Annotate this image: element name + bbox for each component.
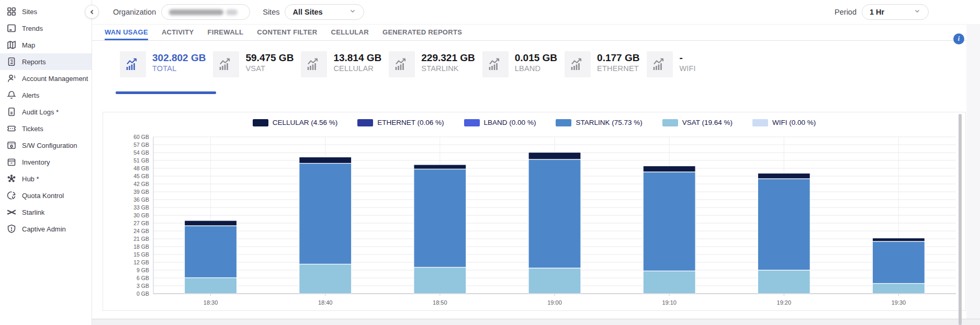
legend-swatch (253, 119, 268, 126)
legend-label: VSAT (19.64 %) (682, 119, 733, 126)
sidebar-item-tickets[interactable]: Tickets (0, 120, 92, 137)
bar-segment-starlink[interactable] (185, 226, 237, 278)
card-value: 0.015 GB (515, 52, 557, 63)
bar-segment-starlink[interactable] (643, 172, 695, 271)
sidebar-item-label: Alerts (22, 91, 39, 99)
bottom-divider (92, 319, 980, 325)
organization-select[interactable] (161, 4, 250, 20)
tab-activity[interactable]: ACTIVITY (162, 25, 194, 40)
bar-segment-cellular[interactable] (758, 173, 810, 179)
wan-usage-chart-panel: CELLULAR (4.56 %)ETHERNET (0.06 %)LBAND … (103, 112, 966, 311)
organization-label: Organization (113, 8, 156, 16)
y-tick-label: 30 GB (133, 212, 149, 218)
tab-wan-usage[interactable]: WAN USAGE (105, 25, 148, 40)
card-ethernet[interactable]: 0.177 GBETHERNET (565, 51, 639, 94)
legend-swatch (662, 119, 678, 126)
y-tick-label: 27 GB (133, 220, 149, 226)
collapse-sidebar-button[interactable] (85, 5, 99, 19)
vertical-scrollbar[interactable] (959, 114, 962, 325)
sidebar-item-label: Captive Admin (22, 225, 66, 233)
bar-segment-vsat[interactable] (758, 270, 810, 294)
period-select[interactable]: 1 Hr (862, 4, 929, 20)
card-label: LBAND (515, 64, 540, 73)
bar-segment-vsat[interactable] (299, 264, 352, 294)
sidebar-item-sites[interactable]: Sites (0, 3, 92, 20)
bar-segment-cellular[interactable] (643, 166, 695, 172)
x-tick-label: 18:40 (318, 299, 333, 306)
bar-segment-starlink[interactable] (758, 179, 810, 270)
card-label: VSAT (245, 64, 265, 73)
sidebar-item-captive-admin[interactable]: Captive Admin (0, 220, 92, 237)
y-tick-label: 24 GB (133, 228, 149, 234)
bar-segment-cellular[interactable] (872, 238, 925, 242)
sidebar-item-quota-kontrol[interactable]: Quota Kontrol (0, 187, 92, 204)
legend-label: STARLINK (75.73 %) (576, 119, 642, 126)
bar-segment-cellular[interactable] (528, 153, 581, 160)
legend-swatch (556, 119, 571, 126)
chevron-down-icon (914, 7, 921, 17)
bar-trend-icon (565, 51, 591, 77)
bar-segment-vsat[interactable] (528, 268, 581, 294)
tab-firewall[interactable]: FIREWALL (208, 25, 244, 40)
legend-item-lband[interactable]: LBAND (0.00 %) (464, 119, 536, 126)
sidebar-item-label: Tickets (22, 125, 43, 133)
bar-segment-starlink[interactable] (528, 159, 581, 268)
chart-legend: CELLULAR (4.56 %)ETHERNET (0.06 %)LBAND … (104, 119, 964, 126)
legend-item-cellular[interactable]: CELLULAR (4.56 %) (253, 119, 338, 126)
bar-segment-starlink[interactable] (299, 164, 352, 264)
sidebar-item-map[interactable]: Map (0, 37, 92, 53)
card-total[interactable]: 302.802 GBTOTAL (120, 51, 206, 94)
sidebar-item-trends[interactable]: Trends (0, 20, 92, 37)
sites-select[interactable]: All Sites (285, 4, 364, 20)
sidebar-item-sw-configuration[interactable]: S/W Configuration (0, 137, 92, 154)
x-tick-label: 18:30 (204, 299, 218, 306)
bar-trend-icon (389, 51, 415, 77)
card-vsat[interactable]: 59.475 GBVSAT (213, 51, 294, 94)
bar-segment-cellular[interactable] (299, 157, 352, 164)
legend-item-starlink[interactable]: STARLINK (75.73 %) (556, 119, 642, 126)
legend-item-wifi[interactable]: WIFI (0.00 %) (752, 119, 816, 126)
bar-segment-cellular[interactable] (414, 165, 466, 169)
sidebar-item-alerts[interactable]: Alerts (0, 87, 92, 103)
bar-segment-cellular[interactable] (185, 220, 237, 226)
card-wifi[interactable]: -WIFI (647, 51, 695, 94)
card-starlink[interactable]: 229.321 GBSTARLINK (389, 51, 475, 94)
bar-segment-vsat[interactable] (872, 284, 925, 294)
tab-content-filter[interactable]: CONTENT FILTER (257, 25, 317, 40)
info-icon[interactable]: i (953, 33, 964, 44)
legend-label: ETHERNET (0.06 %) (377, 119, 444, 126)
sidebar-item-label: Audit Logs * (22, 108, 59, 116)
sidebar-item-label: Inventory (22, 158, 50, 166)
organization-value-redacted-2 (226, 9, 238, 15)
bar-segment-starlink[interactable] (872, 241, 925, 284)
y-tick-label: 60 GB (133, 134, 149, 140)
legend-item-ethernet[interactable]: ETHERNET (0.06 %) (357, 119, 444, 126)
card-cellular[interactable]: 13.814 GBCELLULAR (301, 51, 381, 94)
y-tick-label: 39 GB (133, 189, 149, 195)
tab-cellular[interactable]: CELLULAR (331, 25, 369, 40)
bar-segment-vsat[interactable] (185, 278, 237, 294)
bar-segment-starlink[interactable] (414, 169, 466, 268)
user-icon (6, 73, 17, 84)
hub-icon (6, 173, 17, 184)
sidebar-item-reports[interactable]: Reports (0, 53, 92, 70)
legend-item-vsat[interactable]: VSAT (19.64 %) (662, 119, 733, 126)
monitor-icon (6, 23, 17, 33)
tab-generated-reports[interactable]: GENERATED REPORTS (382, 25, 462, 40)
sidebar-item-inventory[interactable]: Inventory (0, 154, 92, 170)
bar-segment-vsat[interactable] (414, 268, 466, 294)
sidebar-item-label: Trends (22, 25, 43, 32)
sidebar-item-label: Map (22, 41, 35, 49)
y-tick-label: 3 GB (137, 283, 149, 289)
sidebar-item-account-management[interactable]: Account Management (0, 70, 92, 87)
sidebar: Sites Trends Map Reports Account Managem… (0, 0, 92, 325)
sidebar-item-audit-logs[interactable]: Audit Logs * (0, 103, 92, 120)
chevron-down-icon (349, 7, 356, 17)
topbar: Organization Sites All Sites Period 1 Hr (92, 0, 980, 24)
document-icon (6, 107, 17, 117)
sidebar-item-starlink[interactable]: Starlink (0, 204, 92, 220)
sidebar-item-hub[interactable]: Hub * (0, 170, 92, 187)
grid-icon (6, 6, 17, 17)
card-lband[interactable]: 0.015 GBLBAND (482, 51, 557, 94)
bar-segment-vsat[interactable] (643, 271, 695, 294)
